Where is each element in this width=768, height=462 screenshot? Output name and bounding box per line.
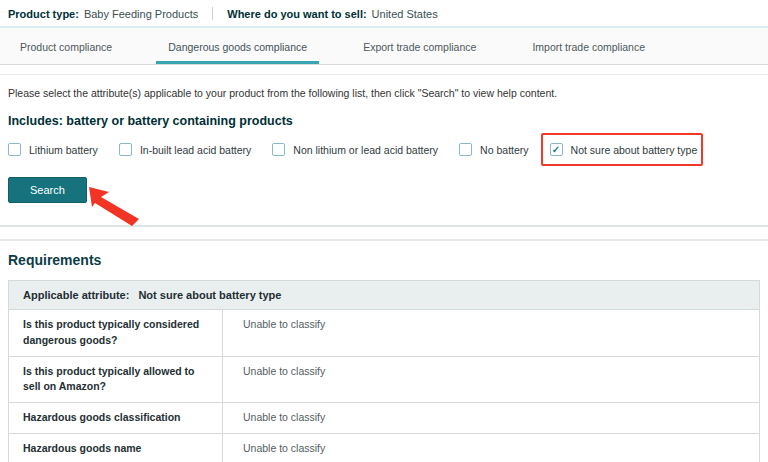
search-row: Search <box>8 177 760 225</box>
tab-dangerous-goods-compliance[interactable]: Dangerous goods compliance <box>156 28 319 64</box>
table-header-row: Applicable attribute: Not sure about bat… <box>9 281 759 309</box>
checkbox-item-inbuilt-lead-acid[interactable]: In-built lead acid battery <box>119 141 251 158</box>
instruction-text: Please select the attribute(s) applicabl… <box>8 87 760 99</box>
requirements-heading: Requirements <box>8 252 760 268</box>
checkbox-label: No battery <box>480 144 528 156</box>
section-divider-bottom <box>0 239 768 241</box>
row-value: Unable to classify <box>223 434 759 462</box>
checkbox-lithium-battery[interactable] <box>8 143 21 156</box>
vertical-divider <box>212 7 213 20</box>
tab-export-trade-compliance[interactable]: Export trade compliance <box>351 28 488 64</box>
row-value: Unable to classify <box>223 310 759 356</box>
checkbox-label: Lithium battery <box>29 144 98 156</box>
battery-attributes-heading: Includes: battery or battery containing … <box>8 114 760 128</box>
checkbox-no-battery[interactable] <box>459 143 472 156</box>
applicable-attribute-value: Not sure about battery type <box>138 289 281 301</box>
checkmark-icon: ✓ <box>552 145 560 155</box>
battery-checkbox-group: Lithium battery In-built lead acid batte… <box>8 141 760 158</box>
checkbox-label: In-built lead acid battery <box>140 144 251 156</box>
tab-product-compliance[interactable]: Product compliance <box>8 28 124 64</box>
table-row: Is this product typically considered dan… <box>9 309 759 356</box>
context-bar: Product type: Baby Feeding Products Wher… <box>0 0 768 28</box>
requirements-table: Applicable attribute: Not sure about bat… <box>8 280 760 462</box>
product-type-label: Product type: <box>8 8 79 20</box>
checkbox-item-lithium-battery[interactable]: Lithium battery <box>8 141 98 158</box>
compliance-tabs: Product compliance Dangerous goods compl… <box>0 28 768 65</box>
product-type-value: Baby Feeding Products <box>84 8 198 20</box>
attribute-selection-panel: Please select the attribute(s) applicabl… <box>0 75 768 225</box>
applicable-attribute-label: Applicable attribute: <box>23 289 129 301</box>
row-label: Is this product typically allowed to sel… <box>9 357 223 403</box>
checkbox-item-no-battery[interactable]: No battery <box>459 141 528 158</box>
checkbox-item-not-sure-battery-type[interactable]: ✓ Not sure about battery type <box>550 141 698 158</box>
checkbox-not-sure-battery-type[interactable]: ✓ <box>550 143 563 156</box>
sell-destination-value: United States <box>372 8 438 20</box>
table-row: Hazardous goods classification Unable to… <box>9 402 759 433</box>
requirements-section: Requirements Applicable attribute: Not s… <box>0 252 768 462</box>
checkbox-non-lithium-lead-acid[interactable] <box>272 143 285 156</box>
tab-import-trade-compliance[interactable]: Import trade compliance <box>520 28 657 64</box>
row-label: Hazardous goods classification <box>9 403 223 433</box>
table-row: Hazardous goods name Unable to classify <box>9 433 759 462</box>
row-value: Unable to classify <box>223 357 759 403</box>
row-label: Hazardous goods name <box>9 434 223 462</box>
row-label: Is this product typically considered dan… <box>9 310 223 356</box>
checkbox-label: Non lithium or lead acid battery <box>293 144 438 156</box>
table-row: Is this product typically allowed to sel… <box>9 356 759 403</box>
annotation-arrow-icon <box>88 186 142 226</box>
checkbox-item-non-lithium-lead-acid[interactable]: Non lithium or lead acid battery <box>272 141 438 158</box>
row-value: Unable to classify <box>223 403 759 433</box>
sell-destination-label: Where do you want to sell: <box>227 8 366 20</box>
checkbox-inbuilt-lead-acid[interactable] <box>119 143 132 156</box>
search-button[interactable]: Search <box>8 177 87 203</box>
section-divider-gap <box>0 227 768 239</box>
checkbox-label: Not sure about battery type <box>571 144 698 156</box>
